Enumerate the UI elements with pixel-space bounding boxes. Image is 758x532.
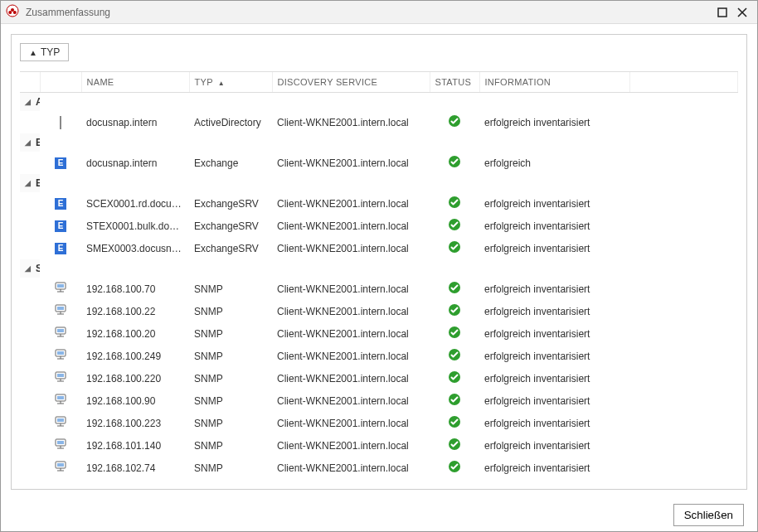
exchange-icon: E	[55, 157, 66, 169]
status-ok-icon	[448, 460, 461, 476]
collapse-icon[interactable]: ◢	[25, 98, 31, 106]
cell-info: erfolgreich inventarisiert	[479, 367, 630, 389]
table-row[interactable]: ESCEX0001.rd.docusna...ExchangeSRVClient…	[20, 192, 738, 215]
cell-info: erfolgreich inventarisiert	[479, 434, 630, 457]
toggle-icon	[60, 117, 61, 128]
cell-typ: SNMP	[189, 300, 272, 322]
table-row[interactable]: 192.168.100.70SNMPClient-WKNE2001.intern…	[20, 278, 738, 300]
group-row[interactable]: ◢Exchange	[20, 133, 738, 152]
cell-discovery: Client-WKNE2001.intern.local	[272, 192, 430, 215]
collapse-icon[interactable]: ◢	[25, 138, 31, 147]
cell-info: erfolgreich inventarisiert	[479, 237, 630, 259]
cell-name: docusnap.intern	[81, 152, 189, 174]
cell-discovery: Client-WKNE2001.intern.local	[272, 215, 430, 237]
table-row[interactable]: 192.168.100.38SNMPClient-WKNE2001.intern…	[20, 479, 738, 481]
cell-name: 192.168.101.140	[81, 434, 189, 457]
col-name[interactable]: NAME	[81, 72, 189, 93]
status-ok-icon	[448, 415, 461, 431]
svg-rect-43	[57, 418, 64, 422]
table-row[interactable]: docusnap.internActiveDirectoryClient-WKN…	[20, 111, 738, 133]
maximize-button[interactable]	[712, 2, 732, 22]
cell-name: 192.168.102.74	[81, 457, 189, 479]
cell-typ: SNMP	[189, 345, 272, 367]
app-icon	[6, 4, 19, 20]
grid-scroll-area[interactable]: NAME TYP▲ DISCOVERY SERVICE STATUS INFOR…	[20, 71, 738, 481]
cell-info: erfolgreich	[479, 152, 630, 174]
cell-info: erfolgreich inventarisiert	[479, 300, 630, 322]
cell-name: 192.168.100.223	[81, 412, 189, 434]
exchange-icon: E	[55, 243, 66, 254]
table-row[interactable]: 192.168.100.223SNMPClient-WKNE2001.inter…	[20, 412, 738, 434]
status-ok-icon	[448, 303, 461, 319]
svg-rect-13	[57, 284, 64, 288]
cell-typ: ActiveDirectory	[189, 111, 272, 133]
table-row[interactable]: 192.168.100.20SNMPClient-WKNE2001.intern…	[20, 322, 738, 345]
cell-typ: ExchangeSRV	[189, 192, 272, 215]
collapse-icon[interactable]: ◢	[25, 264, 31, 273]
cell-discovery: Client-WKNE2001.intern.local	[272, 345, 430, 367]
status-ok-icon	[448, 393, 461, 409]
group-row[interactable]: ◢ExchangeSRV	[20, 174, 738, 192]
svg-rect-48	[57, 441, 64, 444]
cell-info: erfolgreich inventarisiert	[479, 345, 630, 367]
host-icon	[54, 303, 67, 319]
grouping-typ-button[interactable]: ▲ TYP	[20, 43, 69, 61]
col-typ[interactable]: TYP▲	[189, 72, 272, 93]
group-row[interactable]: ◢ActiveDirectory	[20, 93, 738, 112]
table-row[interactable]: ESMEX0003.docusnap...ExchangeSRVClient-W…	[20, 237, 738, 259]
table-row[interactable]: 192.168.100.220SNMPClient-WKNE2001.inter…	[20, 367, 738, 389]
col-info[interactable]: INFORMATION	[479, 72, 630, 93]
cell-typ: SNMP	[189, 389, 272, 412]
table-row[interactable]: 192.168.102.74SNMPClient-WKNE2001.intern…	[20, 457, 738, 479]
table-row[interactable]: Edocusnap.internExchangeClient-WKNE2001.…	[20, 152, 738, 174]
cell-info: erfolgreich inventarisiert	[479, 111, 630, 133]
group-row[interactable]: ◢SNMP	[20, 259, 738, 278]
cell-typ: SNMP	[189, 278, 272, 300]
status-ok-icon	[448, 155, 461, 171]
cell-discovery: Client-WKNE2001.intern.local	[272, 237, 430, 259]
svg-rect-33	[57, 374, 64, 377]
table-row[interactable]: ESTEX0001.bulk.docus...ExchangeSRVClient…	[20, 215, 738, 237]
host-icon	[54, 281, 67, 297]
table-header-row: NAME TYP▲ DISCOVERY SERVICE STATUS INFOR…	[20, 72, 738, 93]
close-button[interactable]: Schließen	[673, 504, 744, 526]
cell-discovery: Client-WKNE2001.intern.local	[272, 367, 430, 389]
table-row[interactable]: 192.168.100.90SNMPClient-WKNE2001.intern…	[20, 389, 738, 412]
summary-window: Zusammenfassung ▲ TYP	[0, 0, 758, 532]
cell-name: 192.168.100.90	[81, 389, 189, 412]
exchange-icon: E	[55, 220, 66, 232]
cell-discovery: Client-WKNE2001.intern.local	[272, 111, 430, 133]
cell-info: erfolgreich inventarisiert	[479, 457, 630, 479]
col-status[interactable]: STATUS	[430, 72, 479, 93]
cell-name: 192.168.100.249	[81, 345, 189, 367]
group-name: Exchange	[36, 137, 40, 148]
window-title: Zusammenfassung	[26, 7, 110, 18]
collapse-icon[interactable]: ◢	[25, 179, 31, 187]
svg-rect-18	[57, 307, 64, 310]
cell-discovery: Client-WKNE2001.intern.local	[272, 479, 430, 481]
cell-name: SMEX0003.docusnap...	[81, 237, 189, 259]
cell-discovery: Client-WKNE2001.intern.local	[272, 412, 430, 434]
cell-info: erfolgreich inventarisiert	[479, 322, 630, 345]
results-table: NAME TYP▲ DISCOVERY SERVICE STATUS INFOR…	[20, 72, 738, 481]
host-icon	[54, 460, 67, 476]
close-window-button[interactable]	[732, 2, 752, 22]
cell-typ: Exchange	[189, 152, 272, 174]
grouping-typ-label: TYP	[41, 46, 60, 58]
table-row[interactable]: 192.168.100.22SNMPClient-WKNE2001.intern…	[20, 300, 738, 322]
sort-up-icon: ▲	[218, 80, 225, 87]
status-ok-icon	[448, 196, 461, 211]
cell-name: 192.168.100.20	[81, 322, 189, 345]
host-icon	[54, 348, 67, 364]
cell-typ: ExchangeSRV	[189, 237, 272, 259]
table-row[interactable]: 192.168.101.140SNMPClient-WKNE2001.inter…	[20, 434, 738, 457]
content-frame: ▲ TYP NAME T	[11, 34, 747, 490]
cell-name: SCEX0001.rd.docusna...	[81, 192, 189, 215]
footer: Schließen	[1, 498, 757, 531]
titlebar: Zusammenfassung	[1, 1, 757, 24]
status-ok-icon	[448, 240, 461, 256]
table-row[interactable]: 192.168.100.249SNMPClient-WKNE2001.inter…	[20, 345, 738, 367]
cell-name: 192.168.100.22	[81, 300, 189, 322]
col-discovery[interactable]: DISCOVERY SERVICE	[272, 72, 430, 93]
status-ok-icon	[448, 326, 461, 341]
